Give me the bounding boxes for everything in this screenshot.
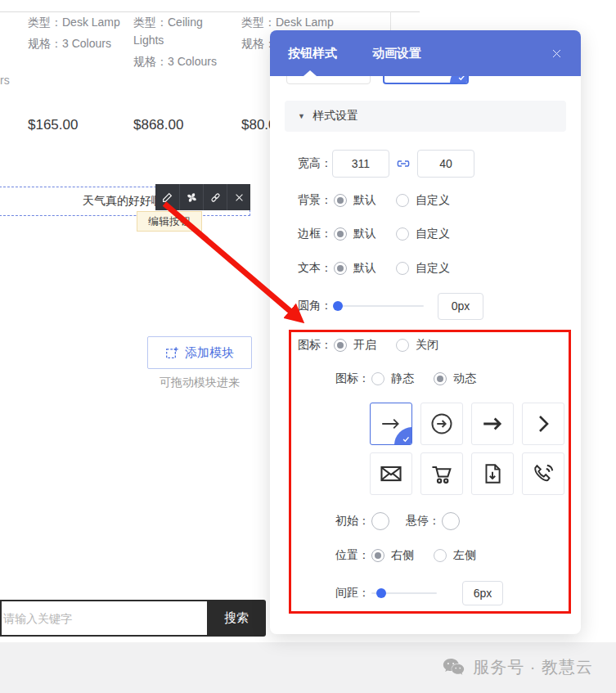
panel-header: 按钮样式 动画设置 [270,30,581,76]
product-type: 类型：Ceiling Lights [133,13,230,49]
product-card: 类型：Ceiling Lights 规格：3 Colours [133,13,230,70]
link-icon[interactable] [203,184,227,210]
button-settings-panel: 按钮样式 动画设置 ▼ 样式设置 宽高： 背景： 默认 自定义 边框： 默认 自… [270,30,581,634]
watermark: 服务号 · 教慧云 [443,656,593,678]
position-label: 位置： [335,548,371,563]
delete-icon[interactable] [227,184,250,210]
height-input[interactable] [417,150,474,178]
background-default-radio[interactable] [334,194,347,207]
wechat-icon [443,658,465,677]
icon-toggle-label: 图标： [298,338,334,353]
icon-dynamic-radio[interactable] [434,372,447,385]
initial-color-label: 初始： [335,514,371,529]
product-spec: 规格：3 Colours [133,52,230,70]
icon-gap-row: 间距： [335,581,503,605]
search-button[interactable]: 搜索 [207,600,266,637]
mail-icon[interactable] [370,452,412,495]
border-row: 边框： 默认 自定义 [298,227,470,241]
style-settings-section-header[interactable]: ▼ 样式设置 [285,101,566,132]
width-input[interactable] [332,150,389,178]
icon-on-radio[interactable] [334,339,347,352]
card-divider-line [0,11,420,12]
search-bar: 搜索 [0,600,266,637]
add-module-button[interactable]: 添加模块 [147,336,252,369]
footer-strip: 服务号 · 教慧云 [0,642,616,693]
icon-toggle-row: 图标： 开启 关闭 [298,338,458,353]
drag-hint-text: 可拖动模块进来 [141,376,259,390]
shopping-cart-icon[interactable] [420,452,463,495]
file-download-icon[interactable] [471,452,514,495]
move-icon[interactable] [179,184,203,210]
gap-label: 间距： [335,586,371,601]
icon-mode-label: 图标： [335,371,371,386]
arrow-right-line-icon[interactable] [370,403,412,445]
chevron-right-icon[interactable] [522,403,564,445]
tab-button-style[interactable]: 按钮样式 [288,46,337,61]
link-dimensions-icon[interactable] [396,157,411,170]
product-type: 类型：Desk Lamp [241,13,338,31]
size-label: 宽高： [298,156,332,171]
close-icon[interactable] [551,47,563,60]
edit-icon[interactable] [155,184,179,210]
search-input[interactable] [0,600,207,637]
initial-color-swatch[interactable] [371,512,389,530]
watermark-text: 服务号 · 教慧云 [473,656,593,678]
product-price: $165.00 [28,117,78,133]
text-default-radio[interactable] [334,262,347,275]
gap-value-input[interactable] [462,581,503,605]
background-row: 背景： 默认 自定义 [298,193,470,208]
position-left-radio[interactable] [434,549,447,562]
position-right-radio[interactable] [371,549,384,562]
product-spec: 规格：3 Colours [28,34,124,52]
icon-grid [370,403,564,495]
icon-color-row: 初始： 悬停： [335,512,460,530]
arrow-right-circle-icon[interactable] [420,403,463,445]
phone-call-icon[interactable] [522,452,564,495]
radius-label: 圆角： [298,299,334,313]
card-divider-vertical [390,11,391,30]
background-label: 背景： [298,193,334,208]
icon-static-radio[interactable] [371,372,384,385]
icon-mode-row: 图标： 静态 动态 [335,371,496,386]
hover-color-swatch[interactable] [442,512,460,530]
icon-position-row: 位置： 右侧 左侧 [335,548,496,563]
text-row: 文本： 默认 自定义 [298,261,470,276]
text-custom-radio[interactable] [396,262,409,275]
text-label: 文本： [298,261,334,276]
radius-row: 圆角： [298,292,483,320]
arrow-right-bold-icon[interactable] [471,403,514,445]
active-tab-pointer [304,70,317,76]
edit-button-tooltip: 编辑按钮 [137,211,202,232]
product-type: 类型：Desk Lamp [28,13,124,31]
border-default-radio[interactable] [334,227,347,241]
add-module-icon [165,346,179,360]
icon-off-radio[interactable] [396,339,409,352]
hover-color-label: 悬停： [406,514,442,529]
canvas-button-label: 天气真的好好啊 [83,194,163,209]
gap-slider-handle[interactable] [376,588,386,598]
border-label: 边框： [298,227,334,241]
product-price: $868.00 [133,117,183,133]
product-card: 类型：Desk Lamp 规格：3 Colours [28,13,124,52]
radius-slider[interactable] [334,305,424,307]
background-custom-radio[interactable] [396,194,409,207]
chevron-down-icon: ▼ [298,112,305,120]
clipped-text-fragment: rs [0,74,10,87]
gap-slider[interactable] [371,592,437,594]
size-row: 宽高： [298,150,474,178]
tab-animation-settings[interactable]: 动画设置 [372,46,421,61]
element-toolbar [155,184,250,210]
border-custom-radio[interactable] [396,227,409,241]
radius-value-input[interactable] [438,293,483,320]
radius-slider-handle[interactable] [333,301,343,311]
